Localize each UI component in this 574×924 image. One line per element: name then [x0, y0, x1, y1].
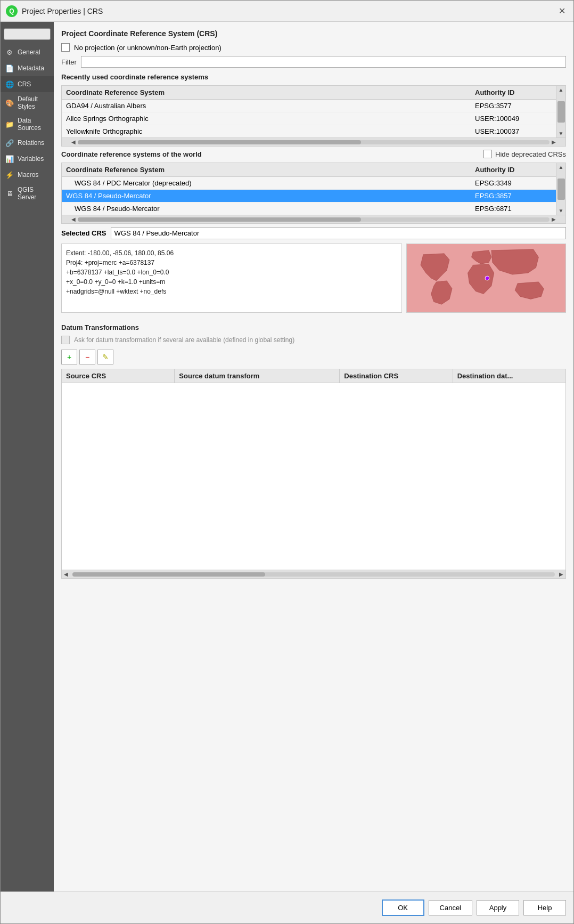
datum-hscroll-left[interactable]: ◀ [62, 571, 70, 577]
content-area: Project Coordinate Reference System (CRS… [54, 22, 573, 891]
variables-icon: 📊 [5, 154, 14, 164]
cancel-button[interactable]: Cancel [429, 900, 472, 915]
selected-crs-input[interactable] [111, 227, 566, 239]
filter-row: Filter [61, 56, 566, 68]
datum-hscroll-thumb [72, 572, 265, 577]
world-crs-table-main: Coordinate Reference System Authority ID… [62, 163, 556, 215]
recently-used-table-main: Coordinate Reference System Authority ID… [62, 86, 556, 137]
world-crs-hscroll-left[interactable]: ◀ [71, 216, 76, 222]
datum-remove-button[interactable]: − [79, 350, 95, 364]
recently-used-row-1[interactable]: Alice Springs Orthographic USER:100049 [62, 112, 556, 125]
datum-table: Source CRS Source datum transform Destin… [61, 369, 566, 579]
world-crs-auth-0: EPSG:3349 [471, 177, 556, 189]
recently-used-hscroll-track [78, 140, 550, 144]
recently-used-scrollbar[interactable]: ▲ ▼ [556, 86, 565, 137]
apply-button[interactable]: Apply [477, 900, 519, 915]
recently-used-header: Coordinate Reference System Authority ID [62, 86, 556, 100]
recently-used-hscrollbar[interactable]: ◀ ▶ [62, 137, 565, 146]
recently-used-crs-0: GDA94 / Australian Albers [62, 100, 471, 112]
sidebar-search-container [4, 28, 51, 40]
sidebar-item-macros[interactable]: ⚡ Macros [1, 167, 54, 183]
recently-used-col-crs: Coordinate Reference System [62, 86, 471, 99]
crs-icon: 🌐 [5, 79, 14, 89]
datum-col-source-crs: Source CRS [62, 369, 175, 383]
sidebar-item-metadata[interactable]: 📄 Metadata [1, 60, 54, 76]
world-map-svg [407, 244, 565, 312]
ok-button[interactable]: OK [382, 899, 424, 916]
sidebar-item-relations[interactable]: 🔗 Relations [1, 135, 54, 151]
macros-icon: ⚡ [5, 170, 14, 180]
recently-used-row-0[interactable]: GDA94 / Australian Albers EPSG:3577 [62, 100, 556, 112]
world-crs-hscrollbar[interactable]: ◀ ▶ [62, 215, 565, 223]
world-crs-hscroll-track [78, 217, 550, 222]
sidebar-label-general: General [18, 48, 40, 56]
close-button[interactable]: ✕ [555, 5, 568, 18]
world-crs-table: Coordinate Reference System Authority ID… [61, 163, 566, 224]
world-crs-row-2[interactable]: WGS 84 / Pseudo-Mercator EPSG:6871 [62, 202, 556, 215]
datum-hscrollbar[interactable]: ◀ ▶ [62, 570, 565, 578]
sidebar: ⚙ General 📄 Metadata 🌐 CRS 🎨 Default Sty… [1, 22, 54, 891]
world-crs-hscroll-thumb [78, 217, 361, 222]
app-logo: Q [6, 5, 18, 17]
recently-used-table-inner: Coordinate Reference System Authority ID… [62, 86, 565, 137]
world-crs-name-1: WGS 84 / Pseudo-Mercator [62, 190, 471, 202]
recently-used-hscroll-left[interactable]: ◀ [71, 139, 76, 145]
recently-used-scroll-thumb [557, 101, 565, 123]
recently-used-hscroll-right[interactable]: ▶ [552, 139, 556, 145]
sidebar-item-data-sources[interactable]: 📁 Data Sources [1, 114, 54, 135]
world-crs-table-inner: Coordinate Reference System Authority ID… [62, 163, 565, 215]
sidebar-label-qgis-server: QGIS Server [18, 186, 50, 201]
help-button[interactable]: Help [523, 900, 566, 915]
world-crs-scroll-up[interactable]: ▲ [559, 164, 564, 170]
world-crs-col-auth: Authority ID [471, 163, 556, 176]
sidebar-search-input[interactable] [4, 28, 51, 40]
recently-used-scroll-up[interactable]: ▲ [559, 87, 564, 93]
svg-point-1 [485, 276, 489, 280]
recently-used-scroll-down[interactable]: ▼ [559, 131, 564, 136]
recently-used-auth-0: EPSG:3577 [471, 100, 556, 112]
world-crs-row-0[interactable]: WGS 84 / PDC Mercator (deprecated) EPSG:… [62, 177, 556, 190]
world-crs-hscroll-right[interactable]: ▶ [552, 216, 556, 222]
datum-checkbox[interactable] [61, 336, 70, 344]
hide-deprecated-checkbox[interactable] [483, 150, 492, 158]
world-crs-header-row: Coordinate reference systems of the worl… [61, 150, 566, 158]
no-projection-row: No projection (or unknown/non-Earth proj… [61, 43, 566, 52]
crs-section-title: Project Coordinate Reference System (CRS… [61, 29, 566, 38]
world-crs-name-0: WGS 84 / PDC Mercator (deprecated) [62, 177, 471, 189]
datum-table-body [62, 383, 565, 570]
datum-checkbox-row: Ask for datum transformation if several … [61, 336, 566, 344]
world-crs-scroll-down[interactable]: ▼ [559, 208, 564, 214]
datum-table-inner: Source CRS Source datum transform Destin… [62, 369, 565, 570]
recently-used-auth-2: USER:100037 [471, 125, 556, 137]
sidebar-item-general[interactable]: ⚙ General [1, 44, 54, 60]
world-crs-scrollbar[interactable]: ▲ ▼ [556, 163, 565, 215]
hide-deprecated-row: Hide deprecated CRSs [483, 150, 566, 158]
datum-add-button[interactable]: + [61, 350, 77, 364]
world-crs-title: Coordinate reference systems of the worl… [61, 150, 202, 158]
datum-hscroll-track [72, 572, 555, 577]
datum-edit-button[interactable]: ✎ [97, 350, 113, 364]
sidebar-label-relations: Relations [18, 139, 44, 147]
sidebar-label-data-sources: Data Sources [18, 117, 50, 132]
recently-used-title: Recently used coordinate reference syste… [61, 73, 566, 81]
datum-col-dest-datum: Destination dat... [453, 369, 565, 383]
recently-used-col-auth: Authority ID [471, 86, 556, 99]
sidebar-item-qgis-server[interactable]: 🖥 QGIS Server [1, 183, 54, 204]
main-window: Q Project Properties | CRS ✕ ⚙ General 📄… [0, 0, 574, 924]
datum-col-dest-crs: Destination CRS [340, 369, 453, 383]
datum-col-source-datum: Source datum transform [175, 369, 340, 383]
world-crs-col-crs: Coordinate Reference System [62, 163, 471, 176]
recently-used-auth-1: USER:100049 [471, 112, 556, 125]
title-bar-left: Q Project Properties | CRS [6, 5, 103, 17]
sidebar-item-variables[interactable]: 📊 Variables [1, 151, 54, 167]
filter-input[interactable] [81, 56, 566, 68]
world-crs-auth-1: EPSG:3857 [471, 190, 556, 202]
datum-checkbox-label: Ask for datum transformation if several … [74, 336, 294, 344]
recently-used-row-2[interactable]: Yellowknife Orthographic USER:100037 [62, 125, 556, 137]
sidebar-item-default-styles[interactable]: 🎨 Default Styles [1, 92, 54, 114]
no-projection-checkbox[interactable] [61, 43, 70, 52]
world-crs-row-1[interactable]: WGS 84 / Pseudo-Mercator EPSG:3857 [62, 190, 556, 202]
datum-hscroll-right[interactable]: ▶ [557, 571, 565, 577]
sidebar-item-crs[interactable]: 🌐 CRS [1, 76, 54, 92]
default-styles-icon: 🎨 [5, 98, 14, 108]
